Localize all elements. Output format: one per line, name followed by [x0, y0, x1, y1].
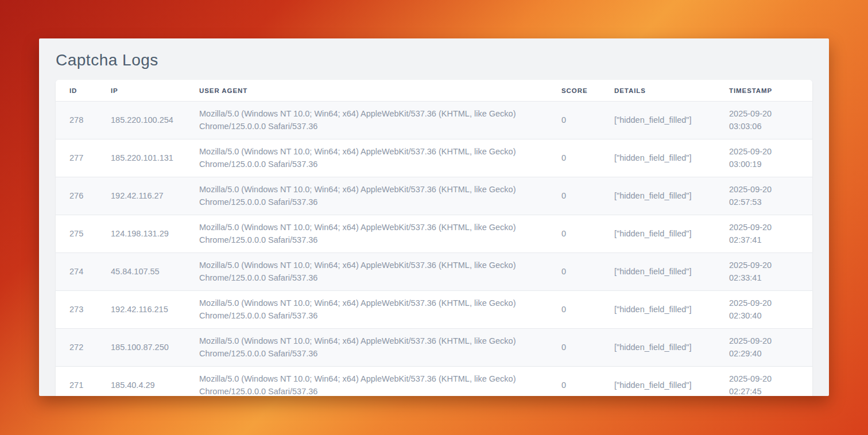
page-background: { "page": { "title": "Captcha Logs" }, "…	[0, 0, 868, 435]
cell-id: 273	[56, 291, 111, 329]
cell-details: ["hidden_field_filled"]	[614, 367, 729, 397]
cell-score: 0	[561, 177, 614, 215]
cell-ip: 192.42.116.27	[111, 177, 199, 215]
cell-details: ["hidden_field_filled"]	[614, 215, 729, 253]
cell-details: ["hidden_field_filled"]	[614, 329, 729, 367]
cell-id: 274	[56, 253, 111, 291]
cell-user-agent: Mozilla/5.0 (Windows NT 10.0; Win64; x64…	[199, 329, 561, 367]
table-row: 275 124.198.131.29 Mozilla/5.0 (Windows …	[56, 215, 812, 253]
cell-timestamp: 2025-09-20 02:27:45	[729, 367, 812, 397]
cell-timestamp: 2025-09-20 02:37:41	[729, 215, 812, 253]
cell-timestamp: 2025-09-20 03:03:06	[729, 102, 812, 139]
table-body: 278 185.220.100.254 Mozilla/5.0 (Windows…	[56, 102, 812, 397]
cell-details: ["hidden_field_filled"]	[614, 139, 729, 177]
cell-ip: 185.220.100.254	[111, 102, 199, 139]
table-header: ID IP USER AGENT SCORE DETAILS TIMESTAMP	[56, 80, 812, 102]
cell-id: 275	[56, 215, 111, 253]
cell-id: 276	[56, 177, 111, 215]
cell-score: 0	[561, 139, 614, 177]
cell-timestamp: 2025-09-20 03:00:19	[729, 139, 812, 177]
cell-id: 272	[56, 329, 111, 367]
cell-score: 0	[561, 291, 614, 329]
cell-score: 0	[561, 329, 614, 367]
cell-details: ["hidden_field_filled"]	[614, 291, 729, 329]
table-row: 278 185.220.100.254 Mozilla/5.0 (Windows…	[56, 102, 812, 139]
column-header-id: ID	[56, 80, 111, 102]
cell-timestamp: 2025-09-20 02:33:41	[729, 253, 812, 291]
cell-user-agent: Mozilla/5.0 (Windows NT 10.0; Win64; x64…	[199, 177, 561, 215]
table-row: 277 185.220.101.131 Mozilla/5.0 (Windows…	[56, 139, 812, 177]
cell-id: 277	[56, 139, 111, 177]
page-title: Captcha Logs	[56, 48, 812, 80]
captcha-logs-table-container: ID IP USER AGENT SCORE DETAILS TIMESTAMP…	[56, 80, 812, 396]
cell-timestamp: 2025-09-20 02:29:40	[729, 329, 812, 367]
cell-user-agent: Mozilla/5.0 (Windows NT 10.0; Win64; x64…	[199, 291, 561, 329]
cell-details: ["hidden_field_filled"]	[614, 102, 729, 139]
cell-ip: 192.42.116.215	[111, 291, 199, 329]
cell-timestamp: 2025-09-20 02:57:53	[729, 177, 812, 215]
cell-ip: 185.220.101.131	[111, 139, 199, 177]
cell-score: 0	[561, 102, 614, 139]
cell-user-agent: Mozilla/5.0 (Windows NT 10.0; Win64; x64…	[199, 139, 561, 177]
table-row: 276 192.42.116.27 Mozilla/5.0 (Windows N…	[56, 177, 812, 215]
table-header-row: ID IP USER AGENT SCORE DETAILS TIMESTAMP	[56, 80, 812, 102]
cell-ip: 185.40.4.29	[111, 367, 199, 397]
cell-user-agent: Mozilla/5.0 (Windows NT 10.0; Win64; x64…	[199, 102, 561, 139]
cell-score: 0	[561, 215, 614, 253]
column-header-user-agent: USER AGENT	[199, 80, 561, 102]
captcha-logs-card: Captcha Logs ID IP USER AGENT SCORE DETA…	[39, 38, 829, 396]
table-row: 274 45.84.107.55 Mozilla/5.0 (Windows NT…	[56, 253, 812, 291]
column-header-details: DETAILS	[614, 80, 729, 102]
cell-id: 271	[56, 367, 111, 397]
captcha-logs-table: ID IP USER AGENT SCORE DETAILS TIMESTAMP…	[56, 80, 812, 396]
cell-user-agent: Mozilla/5.0 (Windows NT 10.0; Win64; x64…	[199, 215, 561, 253]
cell-details: ["hidden_field_filled"]	[614, 253, 729, 291]
cell-details: ["hidden_field_filled"]	[614, 177, 729, 215]
table-row: 272 185.100.87.250 Mozilla/5.0 (Windows …	[56, 329, 812, 367]
cell-user-agent: Mozilla/5.0 (Windows NT 10.0; Win64; x64…	[199, 367, 561, 397]
table-row: 271 185.40.4.29 Mozilla/5.0 (Windows NT …	[56, 367, 812, 397]
cell-score: 0	[561, 253, 614, 291]
column-header-timestamp: TIMESTAMP	[729, 80, 812, 102]
cell-ip: 124.198.131.29	[111, 215, 199, 253]
cell-score: 0	[561, 367, 614, 397]
column-header-score: SCORE	[561, 80, 614, 102]
cell-timestamp: 2025-09-20 02:30:40	[729, 291, 812, 329]
cell-user-agent: Mozilla/5.0 (Windows NT 10.0; Win64; x64…	[199, 253, 561, 291]
cell-ip: 45.84.107.55	[111, 253, 199, 291]
table-row: 273 192.42.116.215 Mozilla/5.0 (Windows …	[56, 291, 812, 329]
column-header-ip: IP	[111, 80, 199, 102]
cell-id: 278	[56, 102, 111, 139]
cell-ip: 185.100.87.250	[111, 329, 199, 367]
